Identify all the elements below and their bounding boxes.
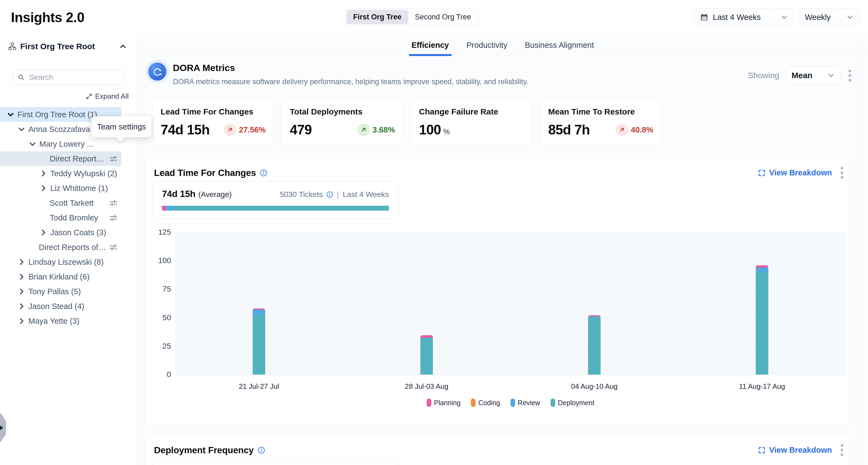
org-chart-icon: [8, 42, 17, 51]
bar-segment-planning: [756, 265, 768, 268]
chevron-down-icon[interactable]: [28, 140, 37, 148]
summary-bar-segment-planning: [162, 206, 166, 211]
chevron-right-icon[interactable]: [18, 258, 26, 266]
chevron-right-icon[interactable]: [18, 302, 26, 310]
tab-efficiency[interactable]: Efficiency: [412, 35, 449, 56]
metric-card-lead-time-for-changes: Lead Time For Changes74d 15h27.56%: [152, 100, 273, 145]
granularity-dropdown[interactable]: Weekly: [799, 8, 860, 26]
tree-item-mary-lowery[interactable]: Mary Lowery ...: [0, 136, 121, 151]
toggle-first-org-tree[interactable]: First Org Tree: [347, 10, 408, 24]
team-settings-icon[interactable]: [109, 199, 118, 207]
summary-average-value: 74d 15h: [162, 189, 195, 199]
summary-bar-segment-review: [166, 206, 174, 211]
chevron-right-icon[interactable]: [39, 184, 48, 192]
sidebar-header[interactable]: First Org Tree Root: [0, 35, 137, 59]
chevron-right-icon[interactable]: [18, 273, 26, 281]
tree-item-label: Lindsay Liszewski (8): [28, 258, 121, 267]
tooltip-text: Team settings: [97, 122, 146, 131]
deployment-frequency-kebab-menu[interactable]: [839, 443, 845, 458]
legend-swatch-coding: [471, 399, 475, 407]
tree-item-brian-kirkland-6[interactable]: Brian Kirkland (6): [0, 269, 121, 284]
tree-item-label: Jason Coats (3): [50, 228, 121, 237]
chart-bar-28-jul-03-aug[interactable]: [420, 335, 433, 375]
chevron-down-icon[interactable]: [6, 111, 15, 119]
chart-gridline: [175, 289, 846, 289]
deployment-frequency-view-breakdown-link[interactable]: View Breakdown: [758, 445, 832, 455]
tree-item-tony-pallas-5[interactable]: Tony Pallas (5): [0, 284, 121, 299]
tree-item-jason-stead-4[interactable]: Jason Stead (4): [0, 299, 121, 314]
team-settings-icon[interactable]: [109, 243, 118, 251]
tab-productivity[interactable]: Productivity: [466, 35, 507, 56]
tree-item-lindsay-liszewski-8[interactable]: Lindsay Liszewski (8): [0, 255, 121, 269]
tree-item-label: Todd Bromley: [50, 213, 106, 222]
toggle-second-org-tree[interactable]: Second Org Tree: [408, 10, 478, 24]
lead-time-kebab-menu[interactable]: [839, 165, 845, 180]
lead-time-view-breakdown-link[interactable]: View Breakdown: [758, 168, 832, 177]
chevron-right-icon[interactable]: [39, 228, 48, 237]
x-axis-label: 21 Jul-27 Jul: [239, 382, 279, 391]
org-tree-toggle: First Org Tree Second Org Tree: [345, 8, 479, 26]
x-axis-label: 11 Aug-17 Aug: [739, 382, 785, 391]
chevron-right-icon[interactable]: [18, 317, 26, 325]
deployment-frequency-title: Deployment Frequency: [154, 445, 265, 456]
info-icon[interactable]: [260, 169, 268, 177]
tree-item-teddy-wylupski-2[interactable]: Teddy Wylupski (2): [0, 166, 121, 181]
metric-change-value: 27.56%: [239, 125, 266, 134]
lead-time-section-title: Lead Time For Changes: [154, 168, 268, 178]
y-axis-tick-label: 0: [149, 370, 171, 379]
tree-item-scott-tarkett[interactable]: Scott Tarkett: [0, 196, 121, 210]
date-range-dropdown[interactable]: Last 4 Weeks: [693, 8, 794, 26]
date-range-value: Last 4 Weeks: [713, 13, 761, 22]
tab-business-alignment[interactable]: Business Alignment: [525, 35, 594, 56]
scrollbar-track[interactable]: [859, 35, 859, 465]
metric-card-change-failure-rate: Change Failure Rate100%: [410, 100, 531, 145]
chevron-down-icon[interactable]: [18, 125, 26, 133]
info-icon[interactable]: [326, 191, 333, 198]
tree-item-maya-yette-3[interactable]: Maya Yette (3): [0, 314, 121, 329]
dora-kebab-menu[interactable]: [847, 68, 853, 83]
metric-card-total-deployments: Total Deployments4793.68%: [281, 100, 402, 145]
chevron-right-icon[interactable]: [39, 169, 48, 178]
team-settings-icon[interactable]: [109, 155, 118, 163]
legend-label: Review: [518, 399, 540, 407]
y-axis-tick-label: 75: [149, 285, 171, 293]
x-axis-label: 28 Jul-03 Aug: [405, 382, 448, 391]
bar-segment-planning: [420, 335, 433, 337]
view-breakdown-label: View Breakdown: [769, 445, 832, 455]
search-box: [13, 70, 125, 85]
chevron-right-icon[interactable]: [18, 287, 26, 296]
chevron-up-icon[interactable]: [119, 42, 127, 50]
granularity-value: Weekly: [805, 13, 831, 22]
tree-item-label: Mary Lowery ...: [39, 140, 121, 149]
chevron-down-icon: [781, 14, 788, 21]
metric-card-value: 479: [290, 122, 312, 138]
expand-all-label: Expand All: [95, 92, 129, 100]
chart-bar-11-aug-17-aug[interactable]: [756, 265, 768, 375]
team-settings-icon[interactable]: [109, 214, 118, 222]
tree-item-liz-whittome-1[interactable]: Liz Whittome (1): [0, 181, 121, 196]
tree-item-direct-reports[interactable]: Direct Reports ...: [0, 151, 121, 166]
metric-card-value: 85d 7h: [548, 122, 590, 138]
y-axis-tick-label: 50: [149, 313, 171, 322]
tree-item-jason-coats-3[interactable]: Jason Coats (3): [0, 225, 121, 240]
showing-dropdown[interactable]: Mean: [786, 67, 840, 84]
tree-item-todd-bromley[interactable]: Todd Bromley: [0, 210, 121, 225]
expand-all-button[interactable]: Expand All: [0, 92, 129, 100]
info-icon[interactable]: [257, 446, 265, 454]
top-bar: Insights 2.0 First Org Tree Second Org T…: [0, 0, 868, 35]
legend-swatch-review: [510, 399, 515, 407]
chart-bar-04-aug-10-aug[interactable]: [588, 315, 600, 375]
bar-segment-deployment: [588, 316, 600, 375]
bar-segment-review: [756, 268, 768, 272]
search-input[interactable]: [28, 73, 120, 82]
deployment-frequency-summary-card: [152, 459, 399, 465]
expand-all-icon: [86, 93, 92, 100]
metric-card-title: Total Deployments: [290, 107, 394, 116]
y-axis-tick-label: 100: [149, 256, 171, 265]
metric-card-value: 100: [419, 122, 441, 138]
chart-bar-21-jul-27-jul[interactable]: [253, 308, 265, 375]
tree-item-direct-reports-of-a[interactable]: Direct Reports of A...: [0, 240, 121, 255]
org-tree: First Org Tree Root (1)Anna Scozzafava .…: [0, 107, 137, 329]
metric-card-title: Lead Time For Changes: [161, 107, 265, 116]
legend-label: Planning: [434, 399, 461, 407]
